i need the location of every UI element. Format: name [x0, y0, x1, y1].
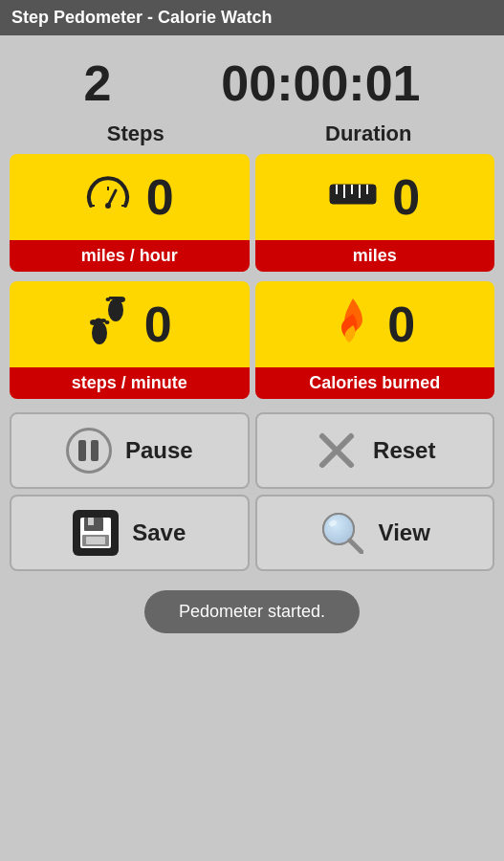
button-row-2: Save — [10, 495, 494, 571]
steps-card: 0 — [10, 281, 250, 367]
speed-unit: miles / hour — [10, 240, 250, 272]
cards-row-1: 0 miles / hour — [10, 154, 494, 281]
magnifier-icon — [319, 510, 365, 556]
reset-label: Reset — [373, 437, 435, 464]
header-row: 2 00:00:01 — [10, 45, 494, 121]
distance-unit: miles — [255, 240, 495, 272]
reset-button[interactable]: Reset — [255, 412, 495, 489]
save-icon — [73, 510, 119, 556]
pause-label: Pause — [125, 437, 193, 464]
ruler-icon — [329, 177, 377, 218]
cards-row-2: 0 steps / minute 0 Calories burn — [10, 281, 494, 408]
calories-unit: Calories burned — [255, 367, 495, 399]
svg-point-14 — [104, 320, 109, 324]
distance-card: 0 — [255, 154, 495, 240]
flame-icon — [334, 297, 372, 353]
pause-button[interactable]: Pause — [10, 412, 250, 489]
pause-bar-right — [91, 440, 99, 461]
pause-bars — [78, 440, 99, 461]
steps-card-wrapper: 0 steps / minute — [10, 281, 250, 399]
buttons-section: Pause Reset — [10, 412, 494, 571]
pause-bar-left — [78, 440, 86, 461]
speedometer-icon — [85, 171, 131, 224]
footprint-icon — [87, 297, 129, 353]
title-bar: Step Pedometer - Calorie Watch — [0, 0, 504, 35]
calories-card-wrapper: 0 Calories burned — [255, 281, 495, 399]
step-counter: 2 — [83, 55, 111, 112]
steps-per-min-value: 0 — [144, 296, 172, 353]
save-button[interactable]: Save — [10, 495, 250, 571]
distance-card-wrapper: 0 miles — [255, 154, 495, 272]
duration-label: Duration — [263, 121, 473, 146]
steps-label: Steps — [31, 121, 241, 146]
labels-row: Steps Duration — [10, 121, 494, 154]
view-button[interactable]: View — [255, 495, 495, 571]
svg-rect-24 — [88, 518, 94, 525]
svg-point-19 — [105, 298, 110, 301]
pause-icon — [66, 428, 112, 474]
app-title: Step Pedometer - Calorie Watch — [11, 8, 272, 27]
speed-card-wrapper: 0 miles / hour — [10, 154, 250, 272]
timer-display: 00:00:01 — [221, 55, 420, 112]
cards-grid: 0 miles / hour — [10, 154, 494, 408]
speed-value: 0 — [146, 168, 174, 226]
calories-value: 0 — [387, 296, 415, 353]
reset-icon — [314, 428, 360, 474]
steps-per-min-unit: steps / minute — [10, 367, 250, 399]
save-label: Save — [132, 519, 186, 546]
calories-card: 0 — [255, 281, 495, 367]
status-message: Pedometer started. — [144, 590, 360, 633]
svg-rect-26 — [86, 537, 105, 544]
speed-card: 0 — [10, 154, 250, 240]
svg-line-29 — [350, 541, 362, 552]
status-bar: Pedometer started. — [10, 571, 494, 649]
distance-value: 0 — [392, 168, 420, 226]
svg-point-0 — [105, 203, 111, 209]
main-content: 2 00:00:01 Steps Duration — [0, 35, 504, 861]
button-row-1: Pause Reset — [10, 412, 494, 489]
view-label: View — [379, 519, 430, 546]
